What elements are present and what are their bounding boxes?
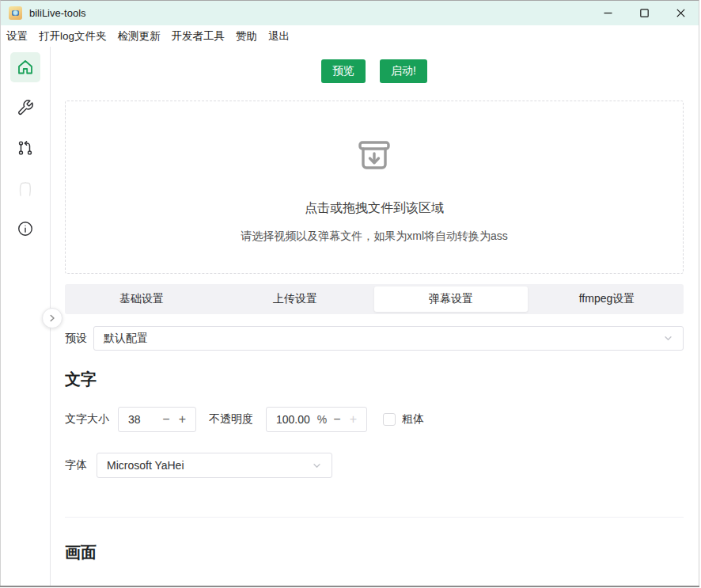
bold-checkbox[interactable] — [383, 413, 396, 426]
window-title: biliLive-tools — [29, 7, 86, 19]
menu-item-settings[interactable]: 设置 — [1, 25, 33, 47]
archive-download-icon — [349, 131, 400, 181]
preset-row: 预设 默认配置 — [65, 326, 684, 351]
font-size-value-input[interactable] — [128, 413, 162, 426]
home-icon — [16, 58, 35, 77]
minimize-icon — [604, 9, 612, 17]
chevron-down-icon — [312, 461, 322, 471]
main-content: 预览 启动! 点击或拖拽文件到该区域 请选择视频以及弹幕文件，如果为xml将自动… — [51, 47, 699, 586]
dropzone-title: 点击或拖拽文件到该区域 — [305, 200, 444, 217]
menu-item-check-update[interactable]: 检测更新 — [112, 25, 166, 47]
font-family-label: 字体 — [65, 458, 87, 472]
sidebar-item-home[interactable] — [10, 52, 40, 82]
close-icon — [676, 9, 685, 17]
section-divider — [65, 517, 684, 518]
font-size-label: 文字大小 — [65, 412, 109, 427]
action-buttons: 预览 启动! — [65, 59, 684, 83]
preset-select[interactable]: 默认配置 — [93, 326, 684, 351]
titlebar: biliLive-tools — [1, 1, 699, 25]
menu-item-devtools[interactable]: 开发者工具 — [166, 25, 231, 47]
info-icon — [17, 220, 34, 237]
tab-basic-settings[interactable]: 基础设置 — [65, 286, 218, 312]
file-dropzone[interactable]: 点击或拖拽文件到该区域 请选择视频以及弹幕文件，如果为xml将自动转换为ass — [65, 101, 684, 274]
maximize-button[interactable] — [626, 1, 662, 25]
preset-select-value: 默认配置 — [104, 332, 663, 346]
wrench-icon — [17, 99, 34, 116]
sidebar-item-about[interactable] — [10, 214, 40, 244]
opacity-input: % − + — [266, 407, 367, 432]
bold-checkbox-label: 粗体 — [402, 412, 424, 427]
settings-tabs: 基础设置 上传设置 弹幕设置 ffmpeg设置 — [65, 284, 684, 314]
tab-ffmpeg-settings[interactable]: ffmpeg设置 — [530, 286, 684, 312]
opacity-decrement-button[interactable]: − — [333, 413, 340, 426]
font-size-input: − + — [118, 407, 196, 432]
font-family-select[interactable]: Microsoft YaHei — [97, 453, 332, 478]
maximize-icon — [640, 9, 649, 17]
section-heading-screen: 画面 — [65, 541, 684, 563]
opacity-suffix: % — [317, 413, 327, 426]
tab-danmaku-settings[interactable]: 弹幕设置 — [374, 286, 528, 312]
preview-button[interactable]: 预览 — [321, 59, 366, 83]
chevron-right-icon — [47, 313, 57, 323]
sidebar-item-clip-disabled[interactable] — [10, 173, 40, 203]
app-logo-icon — [9, 6, 22, 20]
text-controls-row: 文字大小 − + 不透明度 % − + 粗体 — [65, 407, 684, 432]
start-button[interactable]: 启动! — [380, 59, 427, 83]
section-heading-text: 文字 — [65, 368, 684, 390]
opacity-label: 不透明度 — [209, 412, 253, 427]
opacity-increment-button[interactable]: + — [350, 413, 357, 426]
sidebar-item-sync[interactable] — [10, 133, 40, 163]
app-window: biliLive-tools 设置 打开log文件夹 检测更新 开发者工具 赞助… — [0, 0, 699, 586]
menu-item-sponsor[interactable]: 赞助 — [230, 25, 263, 47]
tab-upload-settings[interactable]: 上传设置 — [218, 286, 372, 312]
menubar: 设置 打开log文件夹 检测更新 开发者工具 赞助 退出 — [1, 25, 699, 47]
app-body: 预览 启动! 点击或拖拽文件到该区域 请选择视频以及弹幕文件，如果为xml将自动… — [1, 47, 699, 586]
opacity-value-input[interactable] — [276, 413, 317, 426]
font-size-decrement-button[interactable]: − — [162, 413, 169, 426]
dropzone-subtitle: 请选择视频以及弹幕文件，如果为xml将自动转换为ass — [241, 230, 508, 244]
menu-item-exit[interactable]: 退出 — [263, 25, 295, 47]
git-compare-icon — [17, 139, 34, 157]
font-row: 字体 Microsoft YaHei — [65, 453, 684, 478]
chevron-down-icon — [663, 333, 673, 343]
minimize-button[interactable] — [589, 1, 626, 25]
font-size-increment-button[interactable]: + — [179, 413, 186, 426]
close-button[interactable] — [662, 1, 699, 25]
sidebar-item-tools[interactable] — [10, 93, 40, 123]
clip-icon — [15, 178, 36, 199]
menu-item-open-log-folder[interactable]: 打开log文件夹 — [33, 25, 112, 47]
preset-label: 预设 — [65, 332, 87, 346]
sidebar-expand-button[interactable] — [42, 308, 63, 328]
font-family-select-value: Microsoft YaHei — [107, 459, 312, 472]
